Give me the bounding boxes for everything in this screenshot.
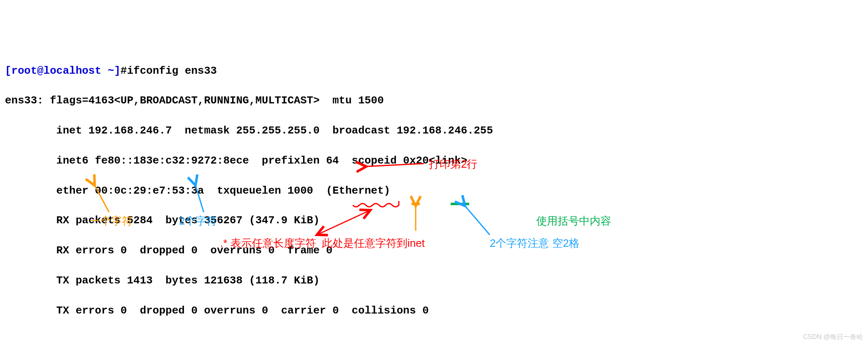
prompt-user: [root@localhost ~] bbox=[5, 65, 121, 77]
output-line: ether 00:0c:29:e7:53:3a txqueuelen 1000 … bbox=[5, 183, 863, 198]
annotation-use-paren: 使用括号中内容 bbox=[536, 213, 611, 228]
annotation-overlay bbox=[0, 0, 868, 344]
prompt-line-1: [root@localhost ~]#ifconfig ens33 bbox=[5, 63, 863, 78]
annotation-any-length: .* 表示任意长度字符 此处是任意字符到inet bbox=[220, 236, 425, 250]
output-line: inet 192.168.246.7 netmask 255.255.255.0… bbox=[5, 123, 863, 138]
output-line: TX packets 1413 bytes 121638 (118.7 KiB) bbox=[5, 273, 863, 288]
prompt-hash: # bbox=[121, 65, 127, 77]
output-line: TX errors 0 dropped 0 overruns 0 carrier… bbox=[5, 303, 863, 318]
output-line: RX packets 5284 bytes 356267 (347.9 KiB) bbox=[5, 213, 863, 228]
annotation-two-chars: 2个字符 bbox=[179, 213, 217, 228]
annotation-two-chars-space: 2个字符注意 空2格 bbox=[490, 236, 579, 250]
command-text[interactable]: ifconfig ens33 bbox=[127, 65, 216, 77]
output-line: RX errors 0 dropped 0 overruns 0 frame 0 bbox=[5, 243, 863, 258]
annotation-print-line2: 打印第2行 bbox=[429, 157, 477, 171]
blank-line bbox=[5, 333, 863, 344]
annotation-one-char: 一个字符 bbox=[90, 213, 133, 228]
watermark: CSDN @每日一卷哈 bbox=[803, 332, 863, 342]
output-line: ens33: flags=4163<UP,BROADCAST,RUNNING,M… bbox=[5, 93, 863, 108]
